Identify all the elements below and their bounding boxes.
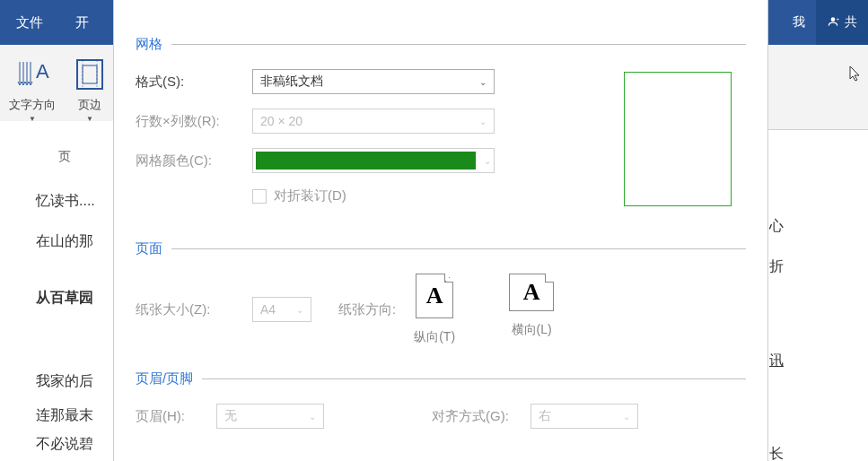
doc-line: 连那最末 — [36, 401, 108, 430]
svg-rect-7 — [77, 60, 102, 89]
orientation-label: 纸张方向: — [338, 301, 396, 318]
svg-point-0 — [831, 17, 836, 22]
grid-color-label: 网格颜色(C): — [136, 152, 252, 170]
grid-section-label: 网格 — [136, 36, 162, 53]
doc-fragment: 折 — [769, 247, 859, 287]
text-direction-icon: A — [14, 52, 50, 97]
start-tab-partial[interactable]: 开 — [59, 0, 105, 45]
paper-size-label: 纸张大小(Z): — [136, 301, 252, 318]
doc-line: 忆读书.... — [36, 181, 108, 222]
doc-line: 不必说碧 — [36, 430, 108, 458]
chevron-down-icon: ⌄ — [309, 412, 316, 422]
orientation-portrait: A 纵向(T) — [414, 274, 455, 345]
rows-cols-label: 行数×列数(R): — [136, 113, 252, 130]
grid-section-header: 网格 — [136, 36, 746, 53]
header-label: 页眉(H): — [136, 408, 216, 425]
page-section-label: 页面 — [136, 240, 162, 257]
svg-rect-8 — [83, 65, 97, 83]
paper-size-value: A4 — [260, 302, 276, 317]
cursor-pointer-icon — [848, 65, 863, 87]
header-select: 无 ⌄ — [216, 404, 324, 429]
paper-size-select: A4 ⌄ — [252, 297, 311, 322]
header-value: 无 — [224, 408, 237, 424]
align-value: 右 — [539, 408, 551, 424]
share-button[interactable]: + 共 — [816, 0, 868, 45]
svg-text:A: A — [36, 60, 49, 83]
doc-line: 在山的那 — [36, 222, 108, 262]
landscape-label: 横向(L) — [512, 322, 552, 338]
orientation-landscape: A 横向(L) — [509, 274, 554, 338]
format-select[interactable]: 非稿纸文档 ⌄ — [252, 69, 495, 94]
user-menu[interactable]: 我 — [782, 0, 816, 45]
document-content-left: 页 忆读书.... 在山的那 从百草园 我家的后 连那最末 不必说碧 吟，肥胖 — [0, 121, 117, 461]
page-preview — [624, 72, 732, 206]
margins-label: 页边 — [78, 97, 101, 113]
user-label-partial: 我 — [793, 14, 805, 30]
doc-heading: 从百草园 — [36, 278, 108, 318]
page-group-label: 页 — [58, 139, 108, 174]
portrait-icon: A — [416, 274, 453, 318]
align-label: 对齐方式(G): — [432, 408, 530, 425]
page-setup-dialog: 网格 格式(S): 非稿纸文档 ⌄ 行数×列数(R): 20 × 20 ⌄ 网格… — [113, 0, 768, 461]
chevron-down-icon: ⌄ — [296, 305, 303, 315]
header-footer-section-label: 页眉/页脚 — [136, 370, 193, 387]
rows-cols-value: 20 × 20 — [260, 114, 302, 128]
landscape-icon: A — [509, 274, 554, 311]
chevron-down-icon: ⌄ — [484, 156, 491, 166]
doc-fragment: 长 — [769, 434, 859, 461]
header-footer-section-header: 页眉/页脚 — [136, 370, 746, 387]
header-footer-row: 页眉(H): 无 ⌄ 对齐方式(G): 右 ⌄ — [136, 404, 746, 429]
file-tab[interactable]: 文件 — [0, 0, 59, 45]
fold-binding-checkbox — [252, 189, 267, 204]
doc-fragment: 心 — [769, 206, 859, 247]
format-value: 非稿纸文档 — [260, 74, 323, 90]
text-direction-label: 文字方向 — [9, 97, 56, 113]
rows-cols-select: 20 × 20 ⌄ — [252, 109, 495, 134]
format-label: 格式(S): — [136, 74, 252, 91]
portrait-label: 纵向(T) — [414, 329, 455, 345]
margins-icon — [74, 52, 106, 97]
chevron-down-icon: ⌄ — [623, 412, 630, 422]
text-direction-button[interactable]: A 文字方向 ▼ — [0, 45, 65, 129]
doc-fragment: 讯 — [769, 341, 859, 381]
align-select: 右 ⌄ — [530, 404, 638, 429]
orientation-group: A 纵向(T) A 横向(L) — [414, 274, 554, 345]
fold-binding-label: 对折装订(D) — [274, 187, 346, 204]
svg-text:+: + — [837, 15, 840, 21]
grid-color-select: ⌄ — [252, 148, 495, 173]
page-section-header: 页面 — [136, 240, 746, 257]
margins-button[interactable]: 页边 ▼ — [65, 45, 115, 129]
doc-line: 我家的后 — [36, 361, 108, 402]
chevron-down-icon: ⌄ — [479, 77, 487, 87]
paper-size-row: 纸张大小(Z): A4 ⌄ 纸张方向: A 纵向(T) A 横向(L) — [136, 274, 746, 345]
share-person-icon: + — [827, 15, 839, 30]
color-swatch — [256, 152, 476, 170]
document-content-right: 心 折 讯 长 园 — [769, 152, 868, 461]
chevron-down-icon: ⌄ — [479, 117, 487, 126]
share-label-partial: 共 — [845, 14, 857, 30]
